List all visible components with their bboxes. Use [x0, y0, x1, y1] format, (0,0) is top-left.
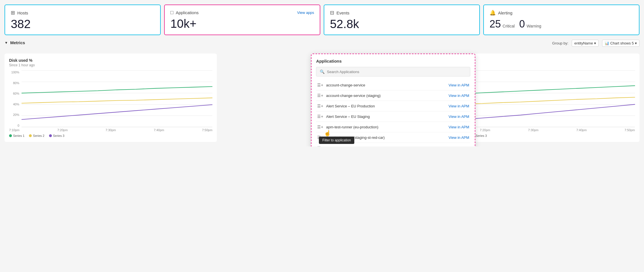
- disk-chart-area: [22, 71, 212, 127]
- disk-chart-panel: Disk used % Since 1 hour ago 100% 80% 60…: [5, 54, 217, 142]
- groupby-label: Group by:: [552, 41, 568, 45]
- list-item: ☰+ Alert Service – EU Staging View in AP…: [316, 111, 470, 122]
- events-value: 52.8k: [330, 18, 474, 30]
- legend-series3: Series 3: [49, 134, 64, 137]
- groupby-bar: Group by: entityName ▾ 📊 Chart shows 5 ▾: [25, 40, 639, 47]
- filter-tooltip: Filter to application: [319, 137, 354, 144]
- filter-icon[interactable]: ☰+: [317, 93, 323, 98]
- critical-label: Critical: [503, 24, 515, 28]
- series1-dot: [9, 134, 12, 137]
- metrics-header[interactable]: ▼ Metrics: [5, 40, 25, 45]
- app-list: ☰+ account-change-service View in APM ☰+…: [316, 80, 470, 146]
- applications-value: 10k+: [170, 18, 314, 30]
- app-dropdown: Applications 🔍 ☰+ account-change-service…: [311, 54, 475, 146]
- view-apm-link[interactable]: View in APM: [449, 83, 469, 87]
- groupby-chevron-icon: ▾: [594, 41, 596, 45]
- filter-icon[interactable]: ☰+: [317, 104, 323, 108]
- app-name: Alert Service – EU Production: [326, 104, 446, 108]
- applications-card[interactable]: □ Applications View apps 10k+: [164, 5, 320, 35]
- app-name: Alert Service – EU Staging: [326, 114, 446, 119]
- search-icon: 🔍: [320, 69, 325, 74]
- search-box: 🔍: [316, 67, 470, 76]
- view-apm-link[interactable]: View in APM: [449, 125, 469, 129]
- disk-chart-title: Disk used %: [9, 58, 212, 63]
- hosts-icon: ⊞: [11, 10, 15, 16]
- disk-chart-wrapper: 100% 80% 60% 40% 20% 0: [9, 71, 212, 127]
- disk-y-axis: 100% 80% 60% 40% 20% 0: [9, 71, 19, 127]
- metrics-label: Metrics: [10, 40, 25, 45]
- applications-icon: □: [170, 10, 173, 16]
- series3-dot: [49, 134, 52, 137]
- groupby-select[interactable]: entityName ▾: [572, 40, 599, 47]
- series3-label: Series 3: [53, 134, 64, 137]
- view-apm-link[interactable]: View in APM: [449, 104, 469, 108]
- alerting-title: Alerting: [498, 10, 512, 15]
- chart-shows-value: Chart shows 5: [610, 41, 634, 45]
- events-card-header: ⊟ Events: [330, 10, 474, 16]
- warning-count: 0: [519, 18, 525, 30]
- list-item: ☰+ apm-test-runner (eu-production) View …: [316, 122, 470, 132]
- chevron-down-icon: ▼: [5, 41, 8, 45]
- filter-icon[interactable]: ☰+: [317, 83, 323, 87]
- filter-icon[interactable]: ☰+: [317, 146, 323, 146]
- alerting-card: 🔔 Alerting 25 Critical 0 Warning: [483, 5, 639, 35]
- middle-panel: Applications 🔍 ☰+ account-change-service…: [220, 54, 423, 142]
- app-name: collector (production): [326, 146, 446, 147]
- groupby-value: entityName: [574, 41, 593, 45]
- app-name: apm-test-runner (eu-production): [326, 125, 446, 129]
- list-item: ☰+ account-change-service (staging) View…: [316, 90, 470, 101]
- critical-count: 25: [490, 18, 501, 30]
- legend-series1: Series 1: [9, 134, 24, 137]
- hosts-title: Hosts: [17, 10, 28, 15]
- filter-icon[interactable]: ☰+: [317, 114, 323, 119]
- filter-icon[interactable]: ☰+: [317, 125, 323, 129]
- view-apm-link[interactable]: View in APM: [449, 135, 469, 140]
- events-icon: ⊟: [330, 10, 334, 16]
- hosts-card-header: ⊞ Hosts: [11, 10, 154, 16]
- applications-title: Applications: [176, 10, 199, 15]
- series2-label: Series 2: [33, 134, 44, 137]
- disk-x-axis: 7:10pm 7:20pm 7:30pm 7:40pm 7:50pm: [9, 128, 212, 132]
- chart-icon: 📊: [605, 41, 609, 45]
- view-apm-link[interactable]: View in APM: [449, 146, 469, 147]
- disk-chart-subtitle: Since 1 hour ago: [9, 63, 212, 67]
- app-dropdown-title: Applications: [316, 59, 470, 63]
- app-name: account-change-service: [326, 83, 446, 87]
- warning-label: Warning: [527, 24, 541, 28]
- view-apm-link[interactable]: View in APM: [449, 114, 469, 119]
- events-card: ⊟ Events 52.8k: [324, 5, 480, 35]
- view-apm-link[interactable]: View in APM: [449, 94, 469, 98]
- list-item: ☰+ Alert Service – EU Production View in…: [316, 101, 470, 111]
- app-name: account-change-service (staging): [326, 94, 446, 98]
- applications-card-header: □ Applications View apps: [170, 10, 314, 16]
- list-item: ☰+ account-change-service View in APM: [316, 80, 470, 90]
- hosts-value: 382: [11, 18, 154, 30]
- chart-shows-chevron-icon: ▾: [635, 41, 637, 45]
- warning-alert: 0 Warning: [519, 18, 541, 30]
- events-title: Events: [336, 10, 349, 15]
- main-content: Disk used % Since 1 hour ago 100% 80% 60…: [5, 54, 639, 142]
- alerting-icon: 🔔: [490, 10, 496, 16]
- alerting-card-header: 🔔 Alerting: [490, 10, 633, 16]
- hosts-card: ⊞ Hosts 382: [5, 5, 161, 35]
- critical-alert: 25 Critical: [490, 18, 515, 30]
- series1-label: Series 1: [13, 134, 24, 137]
- alerting-counts: 25 Critical 0 Warning: [490, 18, 633, 30]
- disk-chart-legend: Series 1 Series 2 Series 3: [9, 134, 212, 137]
- dashboard: ⊞ Hosts 382 □ Applications View apps 10k…: [0, 0, 644, 146]
- view-apps-link[interactable]: View apps: [297, 10, 314, 15]
- chart-shows-select[interactable]: 📊 Chart shows 5 ▾: [602, 40, 639, 47]
- cards-row: ⊞ Hosts 382 □ Applications View apps 10k…: [5, 5, 639, 35]
- series3-label: Series 3: [475, 134, 487, 137]
- search-input[interactable]: [327, 70, 467, 74]
- legend-series2: Series 2: [29, 134, 44, 137]
- series2-dot: [29, 134, 32, 137]
